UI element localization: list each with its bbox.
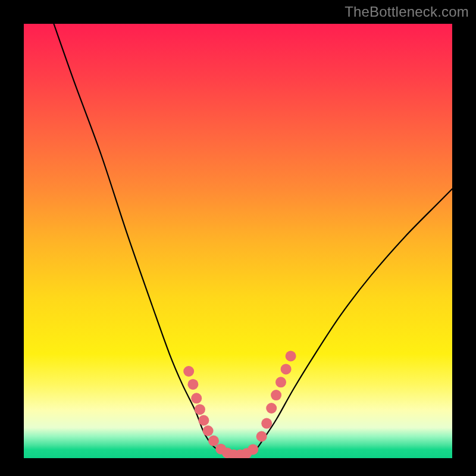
model-point <box>208 436 219 446</box>
marker-group <box>183 351 296 459</box>
model-point <box>261 418 272 429</box>
model-point <box>271 390 281 400</box>
model-point <box>256 431 267 442</box>
model-point <box>187 379 198 390</box>
model-point <box>191 393 202 403</box>
model-point <box>183 366 194 377</box>
model-point <box>266 403 277 414</box>
plot-area <box>24 24 452 458</box>
outer-frame: TheBottleneck.com <box>0 0 476 476</box>
model-point <box>198 415 209 426</box>
model-point <box>248 444 258 455</box>
model-point <box>286 351 296 362</box>
bottleneck-curve <box>54 24 452 456</box>
model-point <box>195 404 205 415</box>
model-point <box>203 425 214 436</box>
chart-overlay <box>24 24 452 458</box>
model-point <box>281 364 292 374</box>
model-point <box>275 377 286 387</box>
watermark-text: TheBottleneck.com <box>345 4 469 20</box>
